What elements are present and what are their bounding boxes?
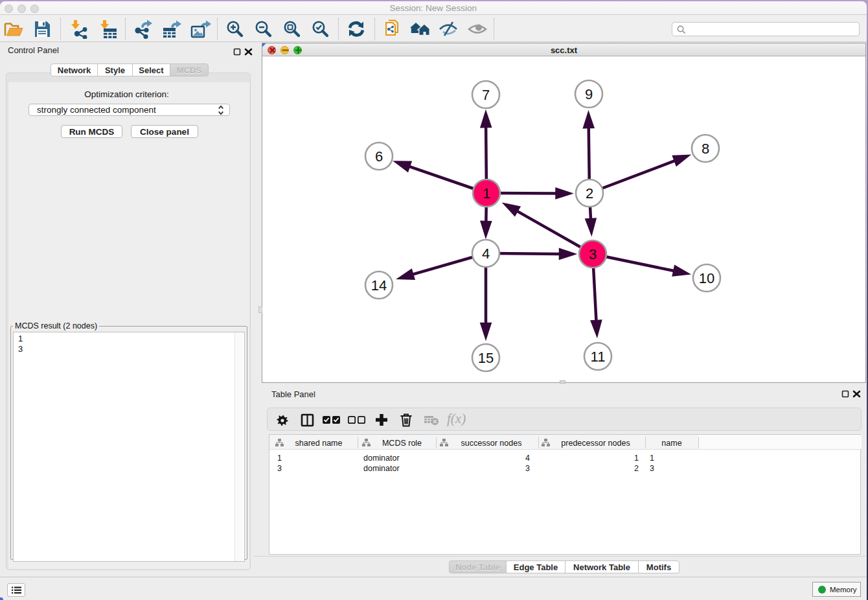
svg-text:3: 3 [589, 246, 597, 262]
svg-text:4: 4 [482, 246, 490, 262]
svg-text:10: 10 [699, 270, 714, 286]
svg-text:11: 11 [591, 349, 606, 365]
svg-text:2: 2 [586, 185, 593, 202]
svg-text:1: 1 [483, 185, 490, 202]
svg-text:8: 8 [702, 141, 709, 157]
svg-text:15: 15 [478, 350, 494, 366]
svg-text:6: 6 [375, 148, 383, 165]
svg-text:9: 9 [585, 86, 593, 102]
svg-text:14: 14 [371, 277, 387, 294]
svg-text:7: 7 [482, 87, 490, 103]
